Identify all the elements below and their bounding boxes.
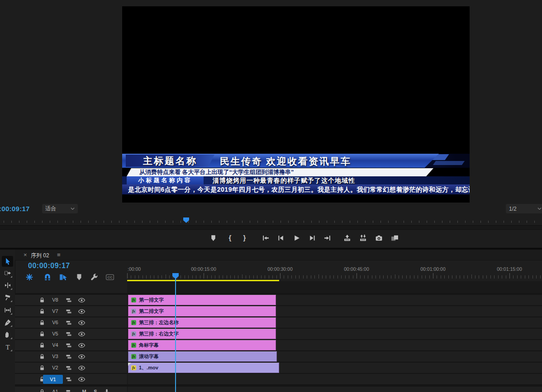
sync-lock-icon[interactable] xyxy=(66,342,72,349)
monitor-mini-ruler[interactable] xyxy=(0,217,542,225)
sync-lock-icon[interactable] xyxy=(66,354,72,360)
clip-v7[interactable]: fx第二排文字 xyxy=(128,306,276,316)
ruler-tick xyxy=(349,275,349,279)
monitor-ruler-tick xyxy=(427,221,427,223)
track-name-v5[interactable]: V5 xyxy=(46,331,64,336)
track-name-v3[interactable]: V3 xyxy=(46,354,64,359)
monitor-ruler-tick xyxy=(34,221,35,223)
lock-icon[interactable] xyxy=(39,365,45,371)
monitor-ruler-tick xyxy=(65,221,66,223)
track-header-v2: V2 xyxy=(15,363,127,373)
comparison-view-button[interactable] xyxy=(390,233,399,243)
ruler-tick xyxy=(188,275,189,279)
track-name-v6[interactable]: V6 xyxy=(46,320,64,325)
lower-third-main-label: 主标题名称 xyxy=(126,155,214,167)
monitor-ruler-tick xyxy=(442,221,442,223)
toggle-track-output-icon[interactable] xyxy=(78,298,86,303)
lift-button[interactable] xyxy=(342,233,352,243)
toggle-track-output-icon[interactable] xyxy=(78,377,86,382)
clip-v8[interactable]: fx第一排文字 xyxy=(128,295,276,305)
lock-icon[interactable] xyxy=(39,308,45,315)
track-name-a1[interactable]: A1 xyxy=(46,389,64,392)
ruler-label: 00:00:30:00 xyxy=(267,266,292,272)
clip-v6[interactable]: fx第三排：左边名称 xyxy=(128,317,276,328)
ruler-tick xyxy=(372,275,372,279)
step-back-button[interactable] xyxy=(276,233,285,243)
toggle-track-output-icon[interactable] xyxy=(78,365,86,371)
media-start-notch-icon xyxy=(128,363,131,366)
track-header-v8: V8 xyxy=(15,295,127,305)
go-to-in-button[interactable] xyxy=(260,233,270,243)
ruler-tick xyxy=(437,275,437,279)
toggle-track-output-icon[interactable] xyxy=(78,320,86,326)
lock-icon[interactable] xyxy=(39,331,45,337)
ruler-tick xyxy=(242,274,242,279)
add-marker-button[interactable] xyxy=(208,233,218,243)
clip-v5[interactable]: fx第三排：右边文字 xyxy=(128,329,276,339)
zoom-level-select[interactable]: 适合 xyxy=(42,204,78,213)
clip-v2[interactable]: fx1、.mov xyxy=(128,363,279,373)
fx-badge-icon: fx xyxy=(131,354,136,359)
monitor-ruler-tick xyxy=(281,221,281,223)
sync-lock-icon[interactable] xyxy=(66,331,72,337)
track-name-v4[interactable]: V4 xyxy=(46,342,64,348)
monitor-ruler-tick xyxy=(404,221,404,223)
sync-lock-icon[interactable] xyxy=(66,297,72,303)
monitor-scroll-area[interactable] xyxy=(0,225,542,230)
playback-resolution-select[interactable]: 1/2 xyxy=(506,204,542,213)
ruler-tick xyxy=(536,275,537,279)
sync-lock-icon[interactable] xyxy=(66,389,72,392)
lock-icon[interactable] xyxy=(39,320,45,326)
sync-lock-icon[interactable] xyxy=(66,320,72,326)
slip-tool[interactable] xyxy=(2,305,13,316)
sync-lock-icon[interactable] xyxy=(66,308,72,315)
type-tool[interactable]: T xyxy=(2,341,13,352)
go-to-out-button[interactable] xyxy=(323,233,333,243)
track-name-v8[interactable]: V8 xyxy=(46,297,64,302)
monitor-ruler-tick xyxy=(465,221,466,223)
premiere-app-root: 主标题名称 民生传奇 欢迎收看资讯早车 从消费特点来看 各大平台上出现了“大学生… xyxy=(0,0,542,392)
razor-tool[interactable] xyxy=(2,292,13,303)
play-button[interactable] xyxy=(291,233,301,243)
monitor-ruler-tick xyxy=(150,221,150,223)
microphone-icon[interactable] xyxy=(104,389,110,392)
timeline-ruler[interactable]: :00:0000:00:15:0000:00:30:0000:00:45:000… xyxy=(0,250,542,281)
sync-lock-icon[interactable] xyxy=(66,376,72,383)
lock-icon[interactable] xyxy=(39,389,45,392)
solo-button[interactable]: S xyxy=(92,388,99,392)
lock-icon[interactable] xyxy=(39,354,45,360)
track-name-v7[interactable]: V7 xyxy=(46,308,64,314)
extract-button[interactable] xyxy=(358,233,368,243)
ruler-tick xyxy=(284,275,284,279)
ruler-label: :00:00 xyxy=(128,266,141,272)
toggle-track-output-icon[interactable] xyxy=(78,354,86,359)
export-frame-button[interactable] xyxy=(374,233,384,243)
pen-tool[interactable] xyxy=(2,317,13,328)
monitor-ruler-tick xyxy=(411,221,412,223)
clip-v4[interactable]: fx角标字幕 xyxy=(128,340,276,350)
monitor-ruler-tick xyxy=(211,221,212,223)
track-name-v1[interactable]: V1 xyxy=(43,375,63,384)
track-name-v2[interactable]: V2 xyxy=(46,365,64,370)
clip-v3[interactable]: fx滚动字幕 xyxy=(128,351,277,362)
track-header-v5: V5 xyxy=(15,329,127,339)
mark-out-button[interactable]: } xyxy=(239,233,249,243)
monitor-ruler-tick xyxy=(480,221,481,223)
monitor-ruler-tick xyxy=(234,221,235,223)
monitor-ruler-tick xyxy=(265,221,266,223)
mark-in-button[interactable]: { xyxy=(225,233,235,243)
monitor-ruler-tick xyxy=(57,221,58,223)
sync-lock-icon[interactable] xyxy=(66,365,72,371)
track-lane-a1 xyxy=(128,387,542,392)
lock-icon[interactable] xyxy=(39,297,45,303)
hand-tool[interactable] xyxy=(2,329,13,340)
ruler-tick xyxy=(360,275,361,279)
lock-icon[interactable] xyxy=(39,342,45,349)
step-forward-button[interactable] xyxy=(307,233,317,243)
toggle-track-output-icon[interactable] xyxy=(78,343,86,348)
toggle-track-output-icon[interactable] xyxy=(78,331,86,337)
ruler-tick xyxy=(333,275,334,279)
mute-button[interactable]: M xyxy=(81,388,88,392)
monitor-ruler-tick xyxy=(19,221,19,223)
toggle-track-output-icon[interactable] xyxy=(78,309,86,314)
